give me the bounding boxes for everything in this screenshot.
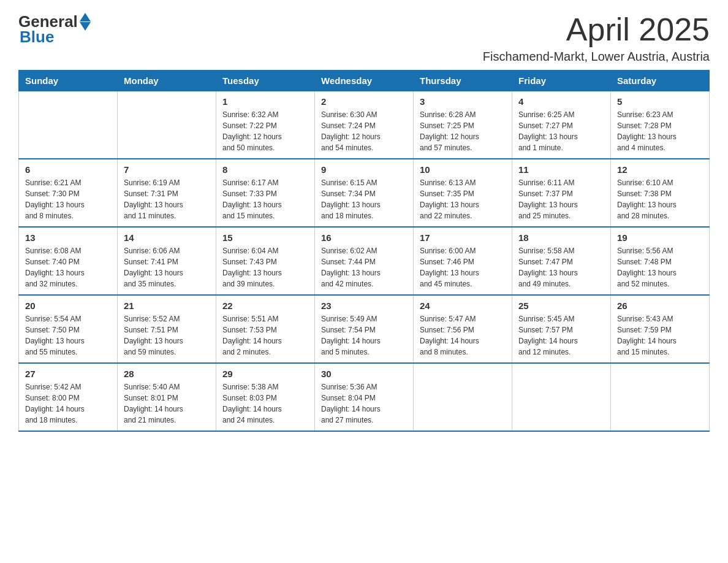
day-number: 26 (617, 301, 703, 311)
day-info: Sunrise: 6:06 AM Sunset: 7:41 PM Dayligh… (124, 245, 210, 289)
day-number: 1 (222, 96, 308, 107)
day-info: Sunrise: 6:13 AM Sunset: 7:35 PM Dayligh… (420, 177, 506, 221)
table-row: 20Sunrise: 5:54 AM Sunset: 7:50 PM Dayli… (19, 295, 118, 363)
day-info: Sunrise: 5:52 AM Sunset: 7:51 PM Dayligh… (124, 313, 210, 358)
day-number: 5 (617, 96, 703, 107)
day-info: Sunrise: 6:08 AM Sunset: 7:40 PM Dayligh… (25, 245, 111, 289)
day-number: 6 (25, 164, 111, 175)
week-row-3: 13Sunrise: 6:08 AM Sunset: 7:40 PM Dayli… (19, 227, 710, 295)
table-row: 16Sunrise: 6:02 AM Sunset: 7:44 PM Dayli… (315, 227, 414, 295)
table-row: 2Sunrise: 6:30 AM Sunset: 7:24 PM Daylig… (315, 91, 414, 159)
day-info: Sunrise: 5:54 AM Sunset: 7:50 PM Dayligh… (25, 313, 111, 358)
day-info: Sunrise: 6:10 AM Sunset: 7:38 PM Dayligh… (617, 177, 703, 221)
table-row: 26Sunrise: 5:43 AM Sunset: 7:59 PM Dayli… (611, 295, 710, 363)
day-number: 18 (518, 232, 604, 243)
week-row-2: 6Sunrise: 6:21 AM Sunset: 7:30 PM Daylig… (19, 159, 710, 227)
triangle-down-icon (80, 22, 91, 31)
table-row: 1Sunrise: 6:32 AM Sunset: 7:22 PM Daylig… (216, 91, 315, 159)
page-title: April 2025 (483, 12, 710, 47)
day-info: Sunrise: 6:25 AM Sunset: 7:27 PM Dayligh… (518, 109, 604, 153)
table-row (414, 363, 512, 431)
table-row: 9Sunrise: 6:15 AM Sunset: 7:34 PM Daylig… (315, 159, 414, 227)
table-row: 25Sunrise: 5:45 AM Sunset: 7:57 PM Dayli… (512, 295, 611, 363)
table-row: 22Sunrise: 5:51 AM Sunset: 7:53 PM Dayli… (216, 295, 315, 363)
table-row (611, 363, 710, 431)
table-row: 6Sunrise: 6:21 AM Sunset: 7:30 PM Daylig… (19, 159, 118, 227)
day-info: Sunrise: 6:04 AM Sunset: 7:43 PM Dayligh… (222, 245, 308, 289)
day-info: Sunrise: 5:49 AM Sunset: 7:54 PM Dayligh… (321, 313, 407, 358)
day-info: Sunrise: 6:02 AM Sunset: 7:44 PM Dayligh… (321, 245, 407, 289)
week-row-1: 1Sunrise: 6:32 AM Sunset: 7:22 PM Daylig… (19, 91, 710, 159)
day-number: 14 (124, 232, 210, 243)
table-row: 15Sunrise: 6:04 AM Sunset: 7:43 PM Dayli… (216, 227, 315, 295)
day-number: 30 (321, 369, 407, 379)
table-row: 12Sunrise: 6:10 AM Sunset: 7:38 PM Dayli… (611, 159, 710, 227)
week-row-5: 27Sunrise: 5:42 AM Sunset: 8:00 PM Dayli… (19, 363, 710, 431)
table-row: 13Sunrise: 6:08 AM Sunset: 7:40 PM Dayli… (19, 227, 118, 295)
day-number: 9 (321, 164, 407, 175)
day-info: Sunrise: 6:11 AM Sunset: 7:37 PM Dayligh… (518, 177, 604, 221)
day-info: Sunrise: 5:51 AM Sunset: 7:53 PM Dayligh… (222, 313, 308, 358)
table-row: 7Sunrise: 6:19 AM Sunset: 7:31 PM Daylig… (118, 159, 216, 227)
table-row: 8Sunrise: 6:17 AM Sunset: 7:33 PM Daylig… (216, 159, 315, 227)
table-row: 4Sunrise: 6:25 AM Sunset: 7:27 PM Daylig… (512, 91, 611, 159)
day-info: Sunrise: 5:45 AM Sunset: 7:57 PM Dayligh… (518, 313, 604, 358)
table-row: 5Sunrise: 6:23 AM Sunset: 7:28 PM Daylig… (611, 91, 710, 159)
day-info: Sunrise: 6:32 AM Sunset: 7:22 PM Dayligh… (222, 109, 308, 153)
header-wednesday: Wednesday (315, 71, 414, 91)
header-friday: Friday (512, 71, 611, 91)
calendar-header: SundayMondayTuesdayWednesdayThursdayFrid… (19, 71, 710, 91)
day-info: Sunrise: 5:43 AM Sunset: 7:59 PM Dayligh… (617, 313, 703, 358)
day-number: 17 (420, 232, 506, 243)
day-number: 27 (25, 369, 111, 379)
day-number: 29 (222, 369, 308, 379)
day-info: Sunrise: 5:47 AM Sunset: 7:56 PM Dayligh… (420, 313, 506, 358)
table-row: 29Sunrise: 5:38 AM Sunset: 8:03 PM Dayli… (216, 363, 315, 431)
table-row: 18Sunrise: 5:58 AM Sunset: 7:47 PM Dayli… (512, 227, 611, 295)
table-row (19, 91, 118, 159)
header-tuesday: Tuesday (216, 71, 315, 91)
day-number: 12 (617, 164, 703, 175)
day-number: 15 (222, 232, 308, 243)
table-row: 21Sunrise: 5:52 AM Sunset: 7:51 PM Dayli… (118, 295, 216, 363)
calendar-table: SundayMondayTuesdayWednesdayThursdayFrid… (18, 70, 710, 432)
table-row: 3Sunrise: 6:28 AM Sunset: 7:25 PM Daylig… (414, 91, 512, 159)
day-info: Sunrise: 5:36 AM Sunset: 8:04 PM Dayligh… (321, 381, 407, 426)
day-info: Sunrise: 6:23 AM Sunset: 7:28 PM Dayligh… (617, 109, 703, 153)
day-number: 28 (124, 369, 210, 379)
day-info: Sunrise: 5:56 AM Sunset: 7:48 PM Dayligh… (617, 245, 703, 289)
day-info: Sunrise: 6:19 AM Sunset: 7:31 PM Dayligh… (124, 177, 210, 221)
day-number: 11 (518, 164, 604, 175)
day-info: Sunrise: 5:58 AM Sunset: 7:47 PM Dayligh… (518, 245, 604, 289)
header-saturday: Saturday (611, 71, 710, 91)
day-number: 2 (321, 96, 407, 107)
logo: General Blue (18, 12, 91, 47)
table-row: 19Sunrise: 5:56 AM Sunset: 7:48 PM Dayli… (611, 227, 710, 295)
logo-icon (80, 13, 91, 31)
day-info: Sunrise: 6:15 AM Sunset: 7:34 PM Dayligh… (321, 177, 407, 221)
day-info: Sunrise: 5:40 AM Sunset: 8:01 PM Dayligh… (124, 381, 210, 426)
table-row: 24Sunrise: 5:47 AM Sunset: 7:56 PM Dayli… (414, 295, 512, 363)
day-number: 3 (420, 96, 506, 107)
logo-blue-text: Blue (20, 28, 54, 47)
day-number: 10 (420, 164, 506, 175)
day-info: Sunrise: 6:30 AM Sunset: 7:24 PM Dayligh… (321, 109, 407, 153)
table-row: 27Sunrise: 5:42 AM Sunset: 8:00 PM Dayli… (19, 363, 118, 431)
day-number: 23 (321, 301, 407, 311)
header-monday: Monday (118, 71, 216, 91)
calendar-body: 1Sunrise: 6:32 AM Sunset: 7:22 PM Daylig… (19, 91, 710, 432)
table-row (118, 91, 216, 159)
subtitle: Fischamend-Markt, Lower Austria, Austria (483, 50, 710, 64)
day-info: Sunrise: 5:42 AM Sunset: 8:00 PM Dayligh… (25, 381, 111, 426)
table-row (512, 363, 611, 431)
table-row: 28Sunrise: 5:40 AM Sunset: 8:01 PM Dayli… (118, 363, 216, 431)
day-info: Sunrise: 6:21 AM Sunset: 7:30 PM Dayligh… (25, 177, 111, 221)
header: General Blue April 2025 Fischamend-Markt… (18, 12, 710, 64)
day-info: Sunrise: 5:38 AM Sunset: 8:03 PM Dayligh… (222, 381, 308, 426)
day-info: Sunrise: 6:00 AM Sunset: 7:46 PM Dayligh… (420, 245, 506, 289)
triangle-up-icon (80, 13, 91, 21)
day-number: 20 (25, 301, 111, 311)
day-number: 8 (222, 164, 308, 175)
day-number: 22 (222, 301, 308, 311)
day-info: Sunrise: 6:17 AM Sunset: 7:33 PM Dayligh… (222, 177, 308, 221)
